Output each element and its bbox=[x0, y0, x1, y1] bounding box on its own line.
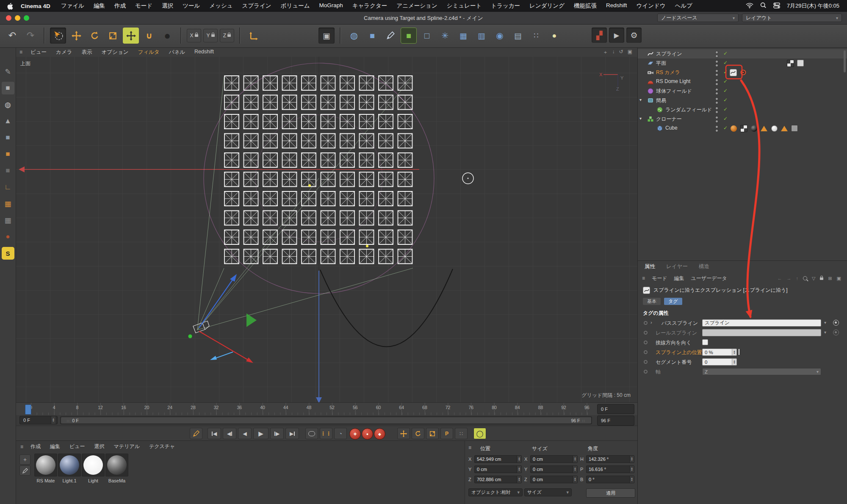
volume-object[interactable]: ▤ bbox=[510, 28, 526, 44]
visibility-dots[interactable] bbox=[715, 88, 718, 95]
material-menu-3[interactable]: 選択 bbox=[90, 443, 109, 450]
edit-material-button[interactable] bbox=[19, 465, 30, 476]
light-object[interactable]: ● bbox=[546, 28, 562, 44]
orange-triangle-tag[interactable] bbox=[760, 125, 768, 132]
ruler-track[interactable]: 0481216202428323640444852566064687276808… bbox=[16, 403, 592, 415]
viewport-menu-6[interactable]: Redshift bbox=[190, 49, 219, 56]
menubar-item-17[interactable]: ウインドウ bbox=[632, 2, 670, 10]
object-row-5[interactable]: ▾簡易✓ bbox=[638, 96, 847, 105]
stepper-arrows-icon[interactable]: ▲▼ bbox=[732, 359, 736, 365]
cube-tool[interactable]: ■ bbox=[2, 131, 14, 144]
material-menu-1[interactable]: 編集 bbox=[45, 443, 65, 450]
add-material-button[interactable]: ＋ bbox=[19, 454, 30, 465]
menubar-item-0[interactable]: ファイル bbox=[56, 2, 89, 10]
pick-object-icon[interactable] bbox=[833, 330, 839, 335]
key-rotation-toggle[interactable] bbox=[412, 428, 424, 439]
visibility-dots[interactable] bbox=[715, 51, 718, 58]
menubar-item-3[interactable]: モード bbox=[130, 2, 157, 10]
pan-view-icon[interactable]: ＋ bbox=[603, 49, 608, 56]
filter-icon[interactable]: ▽ bbox=[812, 276, 815, 281]
stepper-arrows-icon[interactable]: ▲▼ bbox=[629, 476, 634, 483]
layout-icon[interactable]: ▣ bbox=[837, 276, 841, 281]
gray-box-tag[interactable] bbox=[791, 125, 798, 132]
autokey-button[interactable]: ◯ bbox=[473, 428, 486, 439]
next-frame-button[interactable]: ▶ bbox=[270, 428, 284, 439]
stepper-arrows-icon[interactable]: ▲▼ bbox=[517, 476, 521, 483]
object-row-4[interactable]: 球体フィールド✓ bbox=[638, 86, 847, 96]
cloner-object-active[interactable]: ■ bbox=[401, 28, 417, 44]
apple-menu-icon[interactable] bbox=[7, 3, 13, 10]
am-menu-0[interactable]: モード bbox=[648, 275, 671, 282]
material-thumbnail[interactable] bbox=[105, 454, 128, 476]
redo-icon[interactable]: ↷ bbox=[22, 28, 39, 44]
object-row-7[interactable]: ▾クローナー✓ bbox=[638, 114, 847, 124]
attribute-chip-1[interactable]: タグ bbox=[664, 298, 682, 305]
range-bar[interactable]: ∷ 0 F 96 F ∷ bbox=[61, 417, 591, 424]
coord-mode-dropdown[interactable]: オブジェクト:相対▾ bbox=[468, 488, 523, 496]
prev-frame-button[interactable]: ◀ bbox=[238, 428, 252, 439]
checker-tag[interactable] bbox=[786, 59, 794, 67]
stepper-arrows-icon[interactable]: ▲▼ bbox=[629, 466, 634, 473]
viewport-menu-1[interactable]: カメラ bbox=[51, 49, 77, 56]
param-number-field[interactable]: 0 %▲▼ bbox=[702, 349, 737, 356]
coord-field-0-y[interactable]: 0 cm▲▼ bbox=[474, 465, 522, 473]
array-object[interactable]: ▥ bbox=[473, 28, 490, 44]
modeling-pen-tool[interactable]: ✎ bbox=[2, 65, 14, 78]
rotate-tool[interactable] bbox=[86, 28, 102, 44]
checker-tag[interactable] bbox=[740, 125, 747, 132]
enabled-check-icon[interactable]: ✓ bbox=[723, 106, 728, 112]
menubar-item-5[interactable]: ツール bbox=[178, 2, 205, 10]
end-frame-field[interactable]: 96 F bbox=[597, 415, 634, 426]
spline-pen-tool[interactable] bbox=[382, 28, 399, 44]
key-pla-toggle[interactable]: ∷ bbox=[455, 428, 468, 439]
chevron-down-icon[interactable]: ▾ bbox=[824, 320, 826, 325]
record-pen-button[interactable] bbox=[190, 428, 202, 439]
align-to-spline-tag[interactable] bbox=[729, 69, 737, 76]
material-item-3[interactable]: BaseMa bbox=[105, 454, 129, 483]
orange-triangle-tag[interactable] bbox=[781, 125, 788, 132]
range-start-stepper[interactable]: 0 F ▲▼ bbox=[19, 416, 58, 424]
keyframe-dot-icon[interactable] bbox=[644, 321, 648, 325]
expand-arrow-icon[interactable]: ▾ bbox=[639, 116, 642, 121]
menubar-item-2[interactable]: 作成 bbox=[110, 2, 130, 10]
visibility-dots[interactable] bbox=[715, 97, 718, 104]
stepper-arrows-icon[interactable]: ▲▼ bbox=[517, 456, 521, 462]
viewport-menu-icon[interactable]: ≡ bbox=[19, 49, 22, 55]
deformer-object[interactable]: ◉ bbox=[492, 28, 508, 44]
rotate-view-icon[interactable]: ↺ bbox=[619, 49, 623, 56]
stepper-arrows-icon[interactable]: ▲▼ bbox=[573, 466, 577, 473]
sound-toggle[interactable] bbox=[305, 428, 318, 439]
coord-field-1-z[interactable]: 0 cm▲▼ bbox=[530, 476, 578, 483]
render-picture-button[interactable]: ▶ bbox=[609, 28, 624, 43]
cube-tool-selected[interactable]: ■ bbox=[2, 82, 14, 94]
viewport-top-view[interactable]: 上面 グリッド間隔 : 50 cm X Y Z bbox=[16, 57, 637, 402]
range-track[interactable]: ∷ 0 F 96 F ∷ bbox=[60, 416, 592, 424]
history-back-icon[interactable]: ← bbox=[777, 276, 782, 281]
axis-lock-z[interactable]: Z bbox=[220, 29, 234, 42]
paint-tool[interactable]: ● bbox=[2, 230, 14, 243]
orange-ball-tag[interactable] bbox=[730, 125, 737, 132]
object-row-0[interactable]: スプライン✓ bbox=[638, 49, 847, 58]
dark-sphere-tag[interactable] bbox=[750, 125, 758, 132]
stepper-arrows-icon[interactable]: ▲▼ bbox=[573, 476, 577, 483]
material-menu-5[interactable]: テクスチャ bbox=[144, 443, 180, 450]
menubar-item-7[interactable]: スプライン bbox=[238, 2, 276, 10]
prev-key-button[interactable]: ◀ bbox=[223, 428, 236, 439]
material-thumbnail[interactable] bbox=[82, 454, 105, 476]
coord-field-2-b[interactable]: 0 °▲▼ bbox=[586, 476, 634, 483]
parent-icon[interactable]: ↑ bbox=[796, 276, 798, 281]
attribute-chip-0[interactable]: 基本 bbox=[643, 298, 661, 305]
attribute-tab-2[interactable]: 構造 bbox=[699, 263, 709, 270]
material-thumbnail[interactable] bbox=[34, 454, 57, 476]
visibility-dots[interactable] bbox=[715, 107, 718, 114]
history-forward-icon[interactable]: → bbox=[786, 276, 791, 281]
menubar-item-9[interactable]: MoGraph bbox=[314, 2, 347, 10]
attribute-tab-0[interactable]: 属性 bbox=[645, 263, 655, 270]
enabled-check-icon[interactable]: ✓ bbox=[723, 78, 728, 84]
viewport-menu-3[interactable]: オプション bbox=[97, 49, 133, 56]
menubar-item-10[interactable]: キャラクター bbox=[348, 2, 392, 10]
spotlight-search-icon[interactable] bbox=[760, 2, 767, 10]
keyframe-bars-toggle[interactable]: ⋮⋮ bbox=[320, 428, 332, 439]
coord-size-dropdown[interactable]: サイズ▾ bbox=[524, 488, 572, 496]
render-settings-button[interactable]: ⚙ bbox=[626, 28, 642, 43]
